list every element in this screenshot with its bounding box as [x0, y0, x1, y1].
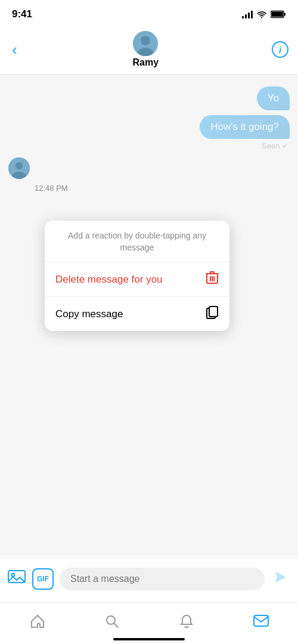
message-input[interactable]: [60, 568, 265, 590]
svg-rect-18: [209, 306, 218, 317]
received-message-row: [8, 157, 290, 179]
signal-icon: [242, 10, 253, 18]
copy-icon: [206, 305, 219, 323]
contact-header[interactable]: Ramy: [133, 31, 159, 68]
svg-rect-1: [271, 12, 283, 17]
message-bubble-yo[interactable]: Yo: [257, 86, 290, 110]
image-button[interactable]: [7, 567, 26, 590]
nav-notifications[interactable]: [178, 613, 195, 630]
chat-area: Yo How's it going? Seen ✓ 12:48 PM Add a…: [0, 75, 298, 560]
reaction-hint: Add a reaction by double-tapping any mes…: [45, 221, 229, 262]
svg-point-20: [12, 574, 15, 577]
back-button[interactable]: ‹: [10, 38, 20, 61]
svg-rect-2: [284, 13, 285, 16]
home-indicator: [113, 638, 185, 640]
status-icons: [242, 10, 286, 18]
battery-icon: [271, 10, 286, 18]
svg-point-7: [15, 162, 23, 169]
status-bar: 9:41: [0, 0, 298, 26]
copy-message-button[interactable]: Copy message: [45, 297, 229, 331]
send-button[interactable]: [271, 567, 291, 591]
message-timestamp: 12:48 PM: [8, 184, 290, 193]
wifi-icon: [256, 10, 267, 18]
sender-avatar: [8, 157, 30, 179]
contact-name: Ramy: [133, 57, 159, 68]
message-yo: Yo: [8, 86, 290, 110]
contact-avatar: [133, 31, 158, 56]
delete-message-button[interactable]: Delete message for you: [45, 262, 229, 297]
context-menu: Add a reaction by double-tapping any mes…: [45, 221, 229, 331]
trash-icon: [206, 271, 219, 288]
nav-home[interactable]: [29, 613, 46, 630]
svg-line-22: [114, 623, 118, 627]
seen-receipt: Seen ✓: [8, 141, 290, 150]
message-hows-it-going: How's it going?: [8, 115, 290, 139]
nav-search[interactable]: [104, 613, 120, 630]
svg-point-4: [141, 36, 150, 45]
input-bar: GIF: [0, 555, 298, 602]
nav-bar: ‹ Ramy i: [0, 26, 298, 75]
bottom-nav: [0, 602, 298, 644]
nav-messages[interactable]: [253, 613, 269, 630]
svg-rect-23: [254, 615, 268, 626]
info-button[interactable]: i: [272, 41, 288, 58]
status-time: 9:41: [12, 8, 32, 20]
message-bubble-hows[interactable]: How's it going?: [200, 115, 290, 139]
gif-button[interactable]: GIF: [32, 568, 54, 590]
